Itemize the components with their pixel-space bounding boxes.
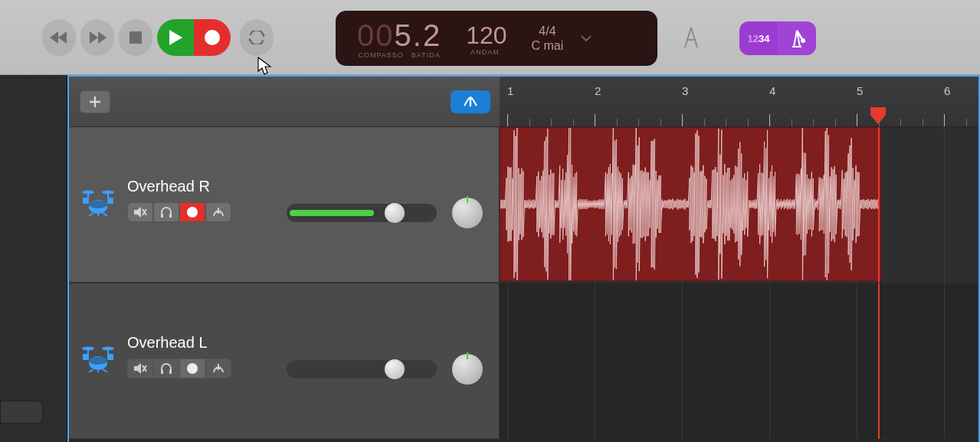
toolbar: 005.2 COMPASSO BATIDA 120 ANDAM. 4/4 C m… [0,0,980,75]
time-signature: 4/4 [539,24,556,38]
ruler-bar-number: 4 [769,84,775,97]
workspace: 123456 Overhead ROverhead L [0,75,980,442]
header-row: 123456 [69,77,978,127]
track-buttons [127,202,231,222]
catch-playhead-button[interactable] [451,90,490,113]
solo-button[interactable] [153,359,179,378]
pan-knob[interactable] [452,354,483,385]
mute-button[interactable] [127,359,153,378]
tuner-button[interactable] [680,25,702,54]
svg-rect-11 [107,192,109,198]
input-monitor-button[interactable] [205,202,231,222]
play-button[interactable] [157,19,194,56]
track-lane[interactable] [500,127,978,283]
forward-button[interactable] [80,19,114,56]
svg-point-5 [89,201,107,208]
track-name[interactable]: Overhead R [127,178,210,195]
track-lane[interactable] [500,283,978,439]
key-signature: C mai [532,38,564,53]
rewind-button[interactable] [42,19,76,56]
track-header[interactable]: Overhead R [69,127,500,283]
tempo-label: ANDAM. [470,48,502,56]
beat-value: 2 [423,18,441,52]
add-track-button[interactable] [80,90,110,113]
cycle-button[interactable] [240,19,274,56]
playhead-line [878,127,880,283]
playhead-line [878,283,880,439]
signature-display[interactable]: 4/4 C mai [519,11,576,66]
playhead-marker[interactable] [869,106,887,126]
svg-point-2 [801,39,805,42]
arrangement-area: 123456 Overhead ROverhead L [67,75,980,442]
tempo-value: 120 [466,21,506,50]
track-row[interactable]: Overhead L [69,283,978,440]
svg-point-1 [205,30,220,45]
stop-button[interactable] [119,19,152,56]
drum-kit-icon [80,187,116,219]
ruler-bar-number: 6 [944,84,950,97]
track-row[interactable]: Overhead R [69,127,978,283]
svg-rect-17 [107,354,113,360]
svg-point-3 [469,97,472,100]
svg-rect-16 [83,354,89,360]
transport-controls [42,19,274,56]
svg-rect-23 [169,370,172,374]
bar-label: COMPASSO [358,51,403,59]
record-button[interactable] [194,19,231,56]
lcd-display[interactable]: 005.2 COMPASSO BATIDA 120 ANDAM. 4/4 C m… [336,11,657,66]
pan-knob[interactable] [452,198,483,228]
countin-dim: 12 [748,33,759,44]
svg-rect-22 [161,370,163,374]
svg-rect-0 [129,31,142,44]
ruler-bar-number: 2 [595,84,601,97]
solo-button[interactable] [153,202,179,222]
beat-label: BATIDA [411,51,441,59]
volume-fader[interactable] [287,204,437,222]
track-header[interactable]: Overhead L [69,283,500,439]
record-enable-button[interactable] [179,359,205,378]
ruler-bar-number: 5 [857,84,863,97]
track-header-bar [69,77,500,127]
bar-value: 5 [395,18,413,52]
left-gutter [0,75,67,442]
bar-prefix: 00 [357,18,395,52]
panel-toggle[interactable] [0,401,43,424]
lcd-mode-chevron-icon[interactable] [575,11,597,66]
drum-kit-icon [80,343,116,375]
countin-bright: 34 [759,33,769,44]
ruler-bar-number: 1 [507,84,513,97]
volume-fader[interactable] [287,360,437,378]
tempo-display[interactable]: 120 ANDAM. [454,11,519,66]
input-monitor-button[interactable] [205,359,231,378]
audio-region-recording[interactable] [500,127,881,281]
position-display[interactable]: 005.2 COMPASSO BATIDA [336,11,454,66]
mute-button[interactable] [127,202,153,222]
right-toolbar: 1234 [739,21,816,55]
timeline-ruler[interactable]: 123456 [500,77,978,127]
ruler-bar-number: 3 [682,84,688,97]
countin-button[interactable]: 1234 [739,21,778,55]
svg-rect-10 [87,192,89,198]
svg-rect-7 [107,198,113,204]
svg-rect-13 [169,214,172,218]
metronome-button[interactable] [778,21,816,55]
svg-rect-12 [161,214,163,218]
track-list: Overhead ROverhead L [69,127,978,440]
svg-rect-6 [83,198,89,204]
track-buttons [127,359,231,378]
svg-rect-21 [107,349,109,355]
track-name[interactable]: Overhead L [127,334,208,352]
svg-rect-20 [87,349,89,355]
svg-point-15 [89,357,107,365]
record-enable-button[interactable] [179,202,205,222]
